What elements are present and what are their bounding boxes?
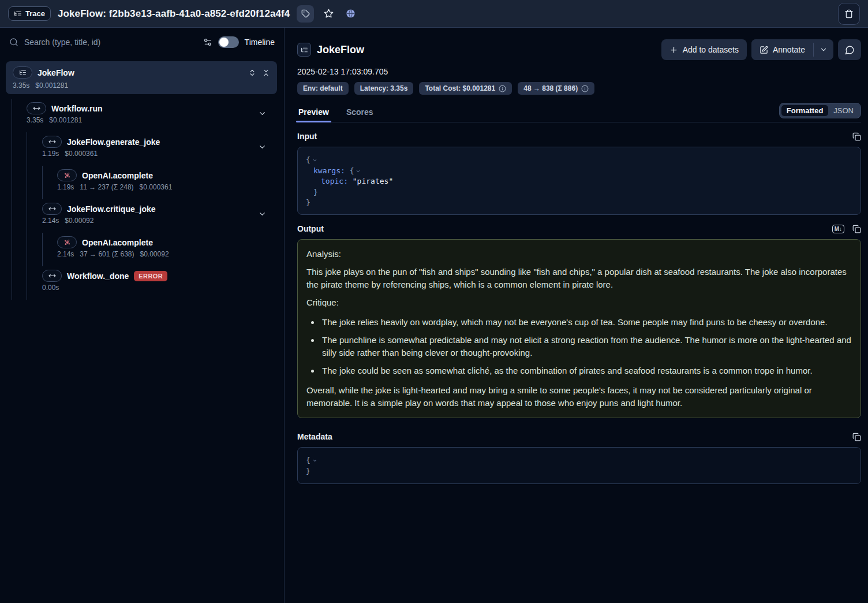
critique-bullet: The joke could be seen as somewhat clich… bbox=[320, 364, 852, 377]
public-visibility-button[interactable] bbox=[343, 6, 358, 21]
metadata-label: Metadata bbox=[297, 432, 332, 441]
add-to-datasets-button[interactable]: Add to datasets bbox=[661, 39, 747, 60]
trace-tree: Workflow.run 3.35s $0.001281 bbox=[0, 99, 284, 300]
detail-header: JokeFlow Add to datasets Annota bbox=[297, 39, 861, 60]
tree-search-row: Timeline bbox=[0, 28, 284, 57]
arrows-left-right-icon bbox=[48, 138, 56, 146]
json-token: { bbox=[350, 166, 354, 175]
json-token: { bbox=[306, 456, 310, 464]
bookmark-star-button[interactable] bbox=[321, 6, 336, 21]
tree-node-openai-acomplete-1[interactable]: OpenAI.acomplete 1.19s 11 → 237 (Σ 248) … bbox=[0, 166, 284, 199]
annotate-button-group: Annotate bbox=[751, 39, 833, 60]
format-toggle: Formatted JSON bbox=[779, 103, 861, 118]
chevron-down-icon[interactable] bbox=[258, 143, 267, 151]
tag-icon bbox=[301, 9, 310, 18]
expand-all-icon[interactable] bbox=[248, 69, 256, 77]
tags-button[interactable] bbox=[297, 5, 314, 23]
copy-metadata-button[interactable] bbox=[852, 433, 861, 441]
fold-chevron-icon[interactable] bbox=[312, 158, 317, 163]
copy-input-button[interactable] bbox=[852, 132, 861, 141]
markdown-toggle-button[interactable]: M↓ bbox=[832, 225, 844, 233]
node-cost: $0.00092 bbox=[140, 250, 169, 258]
arrows-left-right-icon bbox=[48, 205, 56, 213]
tree-node-label: Workflow.run bbox=[51, 104, 103, 113]
trace-pill-badge bbox=[13, 66, 32, 79]
format-toggle-json[interactable]: JSON bbox=[828, 105, 859, 116]
detail-tabs: Preview Scores Formatted JSON bbox=[297, 103, 861, 122]
node-cost: $0.00092 bbox=[65, 217, 93, 225]
trace-timestamp: 2025-02-13 17:03:09.705 bbox=[297, 67, 861, 76]
output-conclusion: Overall, while the joke is light-hearted… bbox=[306, 384, 852, 410]
tab-preview[interactable]: Preview bbox=[297, 105, 330, 122]
trace-detail-panel: JokeFlow Add to datasets Annota bbox=[285, 28, 868, 603]
trace-title: JokeFlow bbox=[317, 44, 364, 56]
comments-button[interactable] bbox=[838, 39, 861, 60]
filter-settings-icon[interactable] bbox=[203, 38, 212, 47]
trash-icon bbox=[844, 9, 854, 18]
tree-node-openai-acomplete-2[interactable]: OpenAI.acomplete 2.14s 37 → 601 (Σ 638) … bbox=[0, 233, 284, 266]
node-cost: $0.001281 bbox=[49, 116, 82, 124]
json-token: { bbox=[306, 155, 310, 164]
node-latency: 1.19s bbox=[42, 150, 59, 158]
tree-node-generate-joke[interactable]: JokeFlow.generate_joke 1.19s $0.000361 bbox=[0, 132, 284, 166]
annotate-dropdown-button[interactable] bbox=[814, 39, 833, 60]
tree-node-workflow-run[interactable]: Workflow.run 3.35s $0.001281 bbox=[0, 99, 284, 132]
list-tree-icon bbox=[301, 46, 308, 54]
trace-type-badge: Trace bbox=[8, 6, 51, 21]
info-icon[interactable] bbox=[499, 85, 506, 92]
collapse-all-icon[interactable] bbox=[262, 69, 270, 77]
node-latency: 2.14s bbox=[42, 217, 59, 225]
pencil-square-icon bbox=[760, 46, 768, 54]
tree-node-label: OpenAI.acomplete bbox=[82, 238, 153, 247]
trace-tree-sidebar: Timeline JokeFlow bbox=[0, 28, 285, 603]
json-token: } bbox=[306, 467, 310, 475]
list-tree-icon bbox=[14, 10, 22, 18]
total-cost-chip: Total Cost: $0.001281 bbox=[419, 82, 512, 95]
node-cost: $0.001281 bbox=[35, 81, 68, 90]
tree-node-label: OpenAI.acomplete bbox=[82, 171, 153, 180]
span-pill-badge bbox=[27, 102, 46, 114]
json-token: } bbox=[313, 188, 318, 196]
node-latency: 3.35s bbox=[27, 116, 43, 124]
tree-node-label: Workflow._done bbox=[67, 271, 129, 281]
generation-pill-badge bbox=[57, 236, 77, 248]
span-pill-badge bbox=[42, 136, 62, 148]
fold-chevron-icon[interactable] bbox=[312, 458, 317, 463]
chevron-down-icon[interactable] bbox=[258, 109, 267, 118]
annotate-button[interactable]: Annotate bbox=[751, 39, 813, 60]
page-title: JokeFlow: f2bb3e13-aafb-41a0-a852-efd20f… bbox=[58, 8, 290, 20]
chevron-down-icon[interactable] bbox=[258, 210, 267, 218]
output-critique-list: The joke relies heavily on wordplay, whi… bbox=[306, 316, 852, 377]
info-icon[interactable] bbox=[581, 85, 589, 92]
search-input[interactable] bbox=[24, 38, 197, 47]
timeline-toggle[interactable] bbox=[218, 36, 239, 48]
add-to-datasets-label: Add to datasets bbox=[683, 45, 739, 54]
format-toggle-formatted[interactable]: Formatted bbox=[781, 105, 829, 116]
node-latency: 3.35s bbox=[13, 81, 29, 90]
json-key: kwargs: bbox=[313, 166, 345, 175]
timeline-label: Timeline bbox=[245, 38, 275, 47]
input-json-viewer: { kwargs: { topic: "pirates" } } bbox=[297, 147, 861, 215]
json-string-value: "pirates" bbox=[353, 177, 393, 185]
annotate-label: Annotate bbox=[773, 45, 805, 54]
tree-node-jokeflow-root[interactable]: JokeFlow 3.35s $0.001281 bbox=[6, 61, 277, 94]
tree-node-label: JokeFlow.generate_joke bbox=[67, 137, 160, 147]
trace-badge-label: Trace bbox=[25, 9, 45, 18]
metrics-chip-row: Env: default Latency: 3.35s Total Cost: … bbox=[297, 82, 861, 95]
arrows-left-right-icon bbox=[33, 105, 40, 112]
arrows-left-right-icon bbox=[48, 272, 56, 280]
tree-node-critique-joke[interactable]: JokeFlow.critique_joke 2.14s $0.00092 bbox=[0, 199, 284, 233]
copy-output-button[interactable] bbox=[852, 225, 861, 233]
generation-pill-badge bbox=[57, 169, 77, 181]
tab-scores[interactable]: Scores bbox=[345, 105, 375, 122]
input-section-header: Input bbox=[297, 132, 861, 141]
latency-chip: Latency: 3.35s bbox=[354, 82, 414, 95]
node-tokens: 37 → 601 (Σ 638) bbox=[80, 250, 134, 258]
fold-chevron-icon[interactable] bbox=[356, 169, 361, 174]
output-critique-heading: Critique: bbox=[306, 296, 852, 309]
tree-node-workflow-done[interactable]: Workflow._done ERROR 0.00s bbox=[0, 266, 284, 300]
output-label: Output bbox=[297, 224, 324, 233]
output-markdown-viewer: Analysis: This joke plays on the pun of … bbox=[297, 239, 861, 418]
critique-bullet: The punchline is somewhat predictable an… bbox=[320, 334, 852, 359]
delete-trace-button[interactable] bbox=[838, 3, 860, 25]
